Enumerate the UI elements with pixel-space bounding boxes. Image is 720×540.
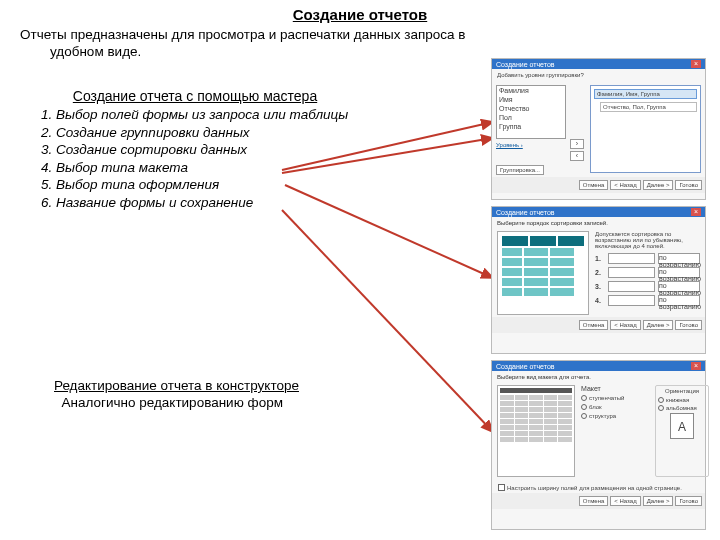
back-button[interactable]: < Назад xyxy=(610,180,640,190)
close-icon[interactable]: × xyxy=(691,208,701,216)
layout-opt-2[interactable]: блок xyxy=(581,404,649,410)
layout-hint: Выберите вид макета для отчета. xyxy=(492,371,705,383)
titlebar-text: Создание отчетов xyxy=(496,363,555,370)
checkbox-label: Настроить ширину полей для размещения на… xyxy=(507,485,682,491)
titlebar: Создание отчетов × xyxy=(492,207,705,217)
sort-form: Допускается сортировка по возрастанию ил… xyxy=(595,231,700,315)
cancel-button[interactable]: Отмена xyxy=(579,320,609,330)
back-button[interactable]: < Назад xyxy=(610,320,640,330)
remove-button[interactable]: ‹ xyxy=(570,151,584,161)
back-button[interactable]: < Назад xyxy=(610,496,640,506)
sort-label-3: 3. xyxy=(595,283,605,290)
sort-dir-3[interactable]: по возрастанию xyxy=(658,281,700,292)
sort-field-4[interactable] xyxy=(608,295,655,306)
sort-preview xyxy=(497,231,589,315)
checkbox-icon xyxy=(498,484,505,491)
preview-group-2: Отчество, Пол, Группа xyxy=(600,102,697,112)
titlebar: Создание отчетов × xyxy=(492,361,705,371)
sort-label-1: 1. xyxy=(595,255,605,262)
main-content: Создание отчета с помощью мастера Выбор … xyxy=(20,88,370,211)
priority-label: Уровень › xyxy=(496,142,566,148)
subtitle: Создание отчета с помощью мастера xyxy=(20,88,370,104)
wizard-buttons: Отмена < Назад Далее > Готово xyxy=(492,317,705,333)
preview-group-1: Фамилия, Имя, Группа xyxy=(594,89,697,99)
grouping-preview: Фамилия, Имя, Группа Отчество, Пол, Груп… xyxy=(590,85,701,173)
close-icon[interactable]: × xyxy=(691,362,701,370)
sort-note: Допускается сортировка по возрастанию ил… xyxy=(595,231,700,249)
orientation-group: Ориентация книжная альбомная A xyxy=(655,385,709,477)
step-4: Выбор типа макета xyxy=(56,159,370,177)
finish-button[interactable]: Готово xyxy=(675,320,702,330)
step-6: Название формы и сохранение xyxy=(56,194,370,212)
layout-heading: Макет xyxy=(581,385,649,392)
sort-dir-2[interactable]: по возрастанию xyxy=(658,267,700,278)
steps-list: Выбор полей формы из запроса или таблицы… xyxy=(20,106,370,211)
grouping-prompt: Добавить уровни группировки? xyxy=(492,69,705,81)
fields-listbox[interactable]: Фамилия Имя Отчество Пол Группа xyxy=(496,85,566,139)
footer-line-1: Редактирование отчета в конструкторе xyxy=(54,378,299,393)
sort-dir-1[interactable]: по возрастанию xyxy=(658,253,700,264)
wizard-buttons: Отмена < Назад Далее > Готово xyxy=(492,177,705,193)
next-button[interactable]: Далее > xyxy=(643,320,674,330)
titlebar-text: Создание отчетов xyxy=(496,209,555,216)
step-5: Выбор типа оформления xyxy=(56,176,370,194)
footer-note: Редактирование отчета в конструкторе Ана… xyxy=(54,378,394,412)
step-2: Создание группировки данных xyxy=(56,124,370,142)
list-item[interactable]: Пол xyxy=(497,113,565,122)
sort-hint: Выберите порядок сортировки записей. xyxy=(492,217,705,229)
wizard-panel-sorting: Создание отчетов × Выберите порядок сорт… xyxy=(491,206,706,354)
page-title: Создание отчетов xyxy=(0,6,720,23)
add-button[interactable]: › xyxy=(570,139,584,149)
orient-portrait[interactable]: книжная xyxy=(658,397,706,403)
intro-text: Отчеты предназначены для просмотра и рас… xyxy=(20,27,700,61)
titlebar-text: Создание отчетов xyxy=(496,61,555,68)
finish-button[interactable]: Готово xyxy=(675,180,702,190)
cancel-button[interactable]: Отмена xyxy=(579,180,609,190)
sort-label-4: 4. xyxy=(595,297,605,304)
wizard-panel-layout: Создание отчетов × Выберите вид макета д… xyxy=(491,360,706,530)
list-item[interactable]: Имя xyxy=(497,95,565,104)
sort-dir-4[interactable]: по возрастанию xyxy=(658,295,700,306)
step-1: Выбор полей формы из запроса или таблицы xyxy=(56,106,370,124)
finish-button[interactable]: Готово xyxy=(675,496,702,506)
orientation-heading: Ориентация xyxy=(658,388,706,394)
sort-field-3[interactable] xyxy=(608,281,655,292)
next-button[interactable]: Далее > xyxy=(643,180,674,190)
layout-preview xyxy=(497,385,575,477)
cancel-button[interactable]: Отмена xyxy=(579,496,609,506)
layout-options: Макет ступенчатый блок структура xyxy=(581,385,649,477)
titlebar: Создание отчетов × xyxy=(492,59,705,69)
wizard-panel-grouping: Создание отчетов × Добавить уровни групп… xyxy=(491,58,706,200)
list-item[interactable]: Группа xyxy=(497,122,565,131)
grouping-options-button[interactable]: Группировка... xyxy=(496,165,544,175)
list-item[interactable]: Отчество xyxy=(497,104,565,113)
layout-opt-1[interactable]: ступенчатый xyxy=(581,395,649,401)
close-icon[interactable]: × xyxy=(691,60,701,68)
intro-line-1: Отчеты предназначены для просмотра и рас… xyxy=(20,27,466,42)
fit-width-checkbox[interactable]: Настроить ширину полей для размещения на… xyxy=(498,484,699,491)
wizard-buttons: Отмена < Назад Далее > Готово xyxy=(492,493,705,509)
sort-label-2: 2. xyxy=(595,269,605,276)
move-buttons: › ‹ xyxy=(570,139,586,173)
layout-opt-3[interactable]: структура xyxy=(581,413,649,419)
list-item[interactable]: Фамилия xyxy=(497,86,565,95)
sort-field-1[interactable] xyxy=(608,253,655,264)
orient-landscape[interactable]: альбомная xyxy=(658,405,706,411)
footer-line-2: Аналогично редактированию форм xyxy=(62,395,283,410)
intro-line-2: удобном виде. xyxy=(20,44,141,59)
next-button[interactable]: Далее > xyxy=(643,496,674,506)
orientation-icon: A xyxy=(670,413,694,439)
step-3: Создание сортировки данных xyxy=(56,141,370,159)
sort-field-2[interactable] xyxy=(608,267,655,278)
